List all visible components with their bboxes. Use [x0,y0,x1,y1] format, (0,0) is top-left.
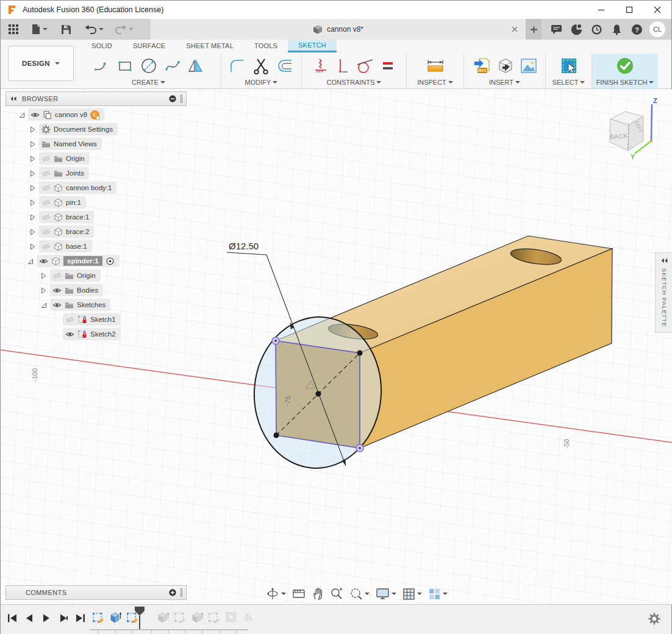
tangent-constraint-icon[interactable] [355,57,374,75]
visibility-off-icon[interactable] [52,271,62,280]
visibility-eye-icon[interactable] [52,286,62,295]
browser-header[interactable]: BROWSER [5,91,187,106]
look-at-button[interactable] [290,586,307,602]
view-cube[interactable]: BACK LEFT Z Y [603,97,671,167]
timeline-settings-gear-icon[interactable] [648,613,660,625]
tab-sheet-metal[interactable]: SHEET METAL [176,40,244,52]
equal-constraint-icon[interactable] [379,57,396,75]
viewport-canvas[interactable]: -100 -50 Ø12.50 [1,89,672,604]
undo-button[interactable] [81,19,107,40]
tree-item-sketch2[interactable]: Sketch2 [5,327,187,341]
collapse-browser-icon[interactable] [10,95,17,102]
timeline-sketch-feature-4[interactable] [206,610,223,624]
fix-constraint-icon[interactable] [312,57,329,75]
comments-bar[interactable]: COMMENTS [5,585,187,600]
tab-surface[interactable]: SURFACE [123,40,176,52]
visibility-off-icon[interactable] [65,315,74,324]
spline-tool-icon[interactable] [163,57,182,75]
tree-item-cannon-v8[interactable]: cannon v8 C [5,107,187,122]
expander-open-icon[interactable] [26,257,34,265]
visibility-off-icon[interactable] [41,198,51,207]
fillet-tool-icon[interactable] [228,57,246,75]
step-back-button[interactable] [23,611,36,625]
expander-closed-icon[interactable] [29,126,37,134]
rectangle-tool-icon[interactable] [116,57,134,75]
insert-group-label[interactable]: INSERT [489,79,520,86]
tree-item-joints[interactable]: Joints [5,166,187,180]
insert-decal-icon[interactable] [496,57,515,75]
help-button[interactable]: ? [627,19,647,40]
insert-svg-icon[interactable]: SVG [472,56,491,76]
expander-closed-icon[interactable] [29,155,37,163]
new-tab-button[interactable] [526,19,542,40]
timeline-sketch-feature-1[interactable] [90,610,107,624]
step-forward-button[interactable] [57,611,70,625]
play-button[interactable] [40,611,53,625]
tree-item-origin[interactable]: Origin [5,151,187,166]
tab-tools[interactable]: TOOLS [244,40,288,52]
go-to-end-button[interactable] [74,611,87,625]
extensions-button[interactable] [567,19,587,40]
document-tab-close-button[interactable] [510,24,520,34]
visibility-off-icon[interactable] [41,169,51,178]
file-menu-button[interactable] [27,19,51,40]
tree-item-cannon-body-1[interactable]: cannon body:1 [5,180,187,195]
maximize-button[interactable] [615,1,643,19]
zoom-button[interactable] [328,586,345,602]
visibility-eye-icon[interactable] [30,110,40,119]
tab-sketch[interactable]: SKETCH [288,40,337,52]
vertical-constraint-icon[interactable] [334,57,350,75]
visibility-off-icon[interactable] [41,213,51,222]
visibility-off-icon[interactable] [41,183,51,193]
zoom-window-button[interactable] [348,586,371,602]
expander-closed-icon[interactable] [40,287,48,294]
finish-sketch-label[interactable]: FINISH SKETCH [596,79,654,86]
constraints-group-label[interactable]: CONSTRAINTS [327,79,382,86]
tree-item-document-settings[interactable]: Document Settings [5,122,187,137]
visibility-off-icon[interactable] [41,154,51,163]
close-button[interactable] [643,1,671,19]
timeline-extrude-feature-1[interactable] [107,610,124,624]
arc-tool-icon[interactable] [93,57,111,75]
visibility-off-icon[interactable] [41,242,51,251]
finish-sketch-icon[interactable] [615,56,635,76]
select-tool-icon[interactable] [559,56,579,76]
document-tab[interactable]: cannon v8* [151,19,526,40]
expand-palette-icon[interactable] [660,257,668,265]
collapse-all-icon[interactable] [168,94,177,103]
grid-settings-button[interactable] [401,586,424,602]
visibility-eye-icon[interactable] [39,257,48,266]
redo-button[interactable] [111,19,137,40]
tree-item-sketch1[interactable]: Sketch1 [5,312,187,327]
notifications-button[interactable] [607,19,627,40]
go-to-start-button[interactable] [5,611,19,625]
activate-component-radio[interactable] [105,257,115,266]
tree-item-sketches[interactable]: Sketches [5,297,187,312]
expander-closed-icon[interactable] [29,213,37,221]
tree-item-base-1[interactable]: base:1 [5,239,187,254]
circle-tool-icon[interactable] [139,56,159,76]
visibility-eye-icon[interactable] [52,301,62,310]
expander-closed-icon[interactable] [29,243,37,251]
timeline-revolve-feature-1[interactable] [223,610,240,624]
modify-group-label[interactable]: MODIFY [245,79,278,86]
viewports-button[interactable] [426,586,449,602]
tree-item-brace-2[interactable]: brace:2 [5,224,187,239]
mirror-tool-icon[interactable] [187,57,205,75]
tree-item-pin-1[interactable]: pin:1 [5,195,187,210]
tree-item-bodies[interactable]: Bodies [5,283,187,297]
expander-open-icon[interactable] [18,111,26,119]
tree-item-spinder-origin[interactable]: Origin [5,268,187,283]
app-grid-menu-button[interactable] [4,19,23,40]
tree-item-named-views[interactable]: Named Views [5,137,187,151]
create-group-label[interactable]: CREATE [132,79,165,86]
timeline-extrude-feature-3[interactable] [188,610,206,624]
sketch-palette-tab[interactable]: SKETCH PALETTE [655,252,672,333]
expander-closed-icon[interactable] [29,140,37,148]
tree-item-brace-1[interactable]: brace:1 [5,210,187,224]
timeline-ruler[interactable] [90,629,248,634]
expander-closed-icon[interactable] [40,272,48,280]
visibility-eye-icon[interactable] [65,330,74,339]
comments-drag-handle[interactable] [181,588,182,597]
visibility-off-icon[interactable] [41,227,51,237]
